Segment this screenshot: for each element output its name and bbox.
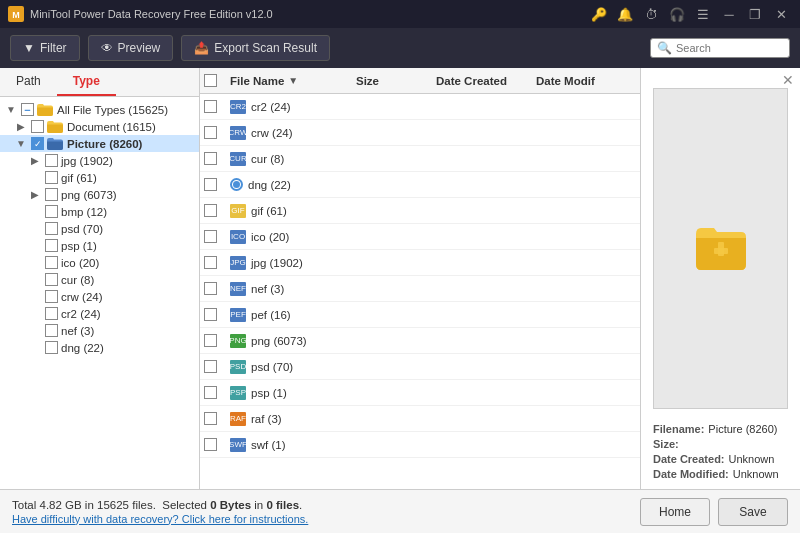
sort-icon: ▼ [288, 75, 298, 86]
checkbox-document[interactable] [31, 120, 44, 133]
tree-item-cur[interactable]: cur (8) [0, 271, 199, 288]
clock-icon[interactable]: ⏱ [640, 6, 662, 22]
help-link[interactable]: Have difficulty with data recovery? Clic… [12, 513, 308, 525]
file-type-icon: PEF [230, 308, 246, 322]
tree-item-dng[interactable]: dng (22) [0, 339, 199, 356]
preview-label: Preview [118, 41, 161, 55]
checkbox-psd[interactable] [45, 222, 58, 235]
tree-item-all-files[interactable]: ▼ All File Types (15625) [0, 101, 199, 118]
header-filename[interactable]: File Name ▼ [230, 75, 356, 87]
tree-item-gif[interactable]: gif (61) [0, 169, 199, 186]
row-checkbox[interactable] [204, 282, 217, 295]
checkbox-nef[interactable] [45, 324, 58, 337]
checkbox-bmp[interactable] [45, 205, 58, 218]
checkbox-gif[interactable] [45, 171, 58, 184]
tree-item-png[interactable]: ▶ png (6073) [0, 186, 199, 203]
select-all-checkbox[interactable] [204, 74, 217, 87]
row-checkbox[interactable] [204, 178, 217, 191]
row-checkbox[interactable] [204, 100, 217, 113]
list-item[interactable]: CRW crw (24) [200, 120, 640, 146]
row-checkbox[interactable] [204, 386, 217, 399]
list-item[interactable]: SWF swf (1) [200, 432, 640, 458]
row-checkbox[interactable] [204, 438, 217, 451]
file-list-header: File Name ▼ Size Date Created Date Modif [200, 68, 640, 94]
title-bar: M MiniTool Power Data Recovery Free Edit… [0, 0, 800, 28]
row-checkbox[interactable] [204, 230, 217, 243]
search-box[interactable]: 🔍 [650, 38, 790, 58]
folder-icon-all-files [37, 104, 53, 116]
file-type-icon: GIF [230, 204, 246, 218]
minimize-button[interactable]: ─ [718, 6, 740, 22]
list-item[interactable]: GIF gif (61) [200, 198, 640, 224]
list-item[interactable]: JPG jpg (1902) [200, 250, 640, 276]
tree-label-ico: ico (20) [61, 257, 99, 269]
save-button[interactable]: Save [718, 498, 788, 526]
list-item[interactable]: NEF nef (3) [200, 276, 640, 302]
tree-item-jpg[interactable]: ▶ jpg (1902) [0, 152, 199, 169]
headset-icon[interactable]: 🎧 [666, 6, 688, 22]
menu-icon[interactable]: ☰ [692, 6, 714, 22]
key-icon[interactable]: 🔑 [588, 6, 610, 22]
search-input[interactable] [676, 42, 786, 54]
tree-item-document[interactable]: ▶ Document (1615) [0, 118, 199, 135]
row-checkbox[interactable] [204, 412, 217, 425]
checkbox-ico[interactable] [45, 256, 58, 269]
tree-item-ico[interactable]: ico (20) [0, 254, 199, 271]
tree-item-picture[interactable]: ▼ Picture (8260) [0, 135, 199, 152]
checkbox-cr2[interactable] [45, 307, 58, 320]
file-list-body: CR2 cr2 (24) CRW crw (24) [200, 94, 640, 489]
list-item[interactable]: RAF raf (3) [200, 406, 640, 432]
size-label: Size: [653, 438, 679, 450]
export-icon: 📤 [194, 41, 209, 55]
row-checkbox[interactable] [204, 152, 217, 165]
row-checkbox[interactable] [204, 256, 217, 269]
tree-item-crw[interactable]: crw (24) [0, 288, 199, 305]
restore-button[interactable]: ❐ [744, 6, 766, 22]
file-name: psp (1) [251, 387, 287, 399]
row-checkbox[interactable] [204, 126, 217, 139]
file-name: psd (70) [251, 361, 293, 373]
tree-item-psp[interactable]: psp (1) [0, 237, 199, 254]
checkbox-picture[interactable] [31, 137, 44, 150]
tree-item-cr2[interactable]: cr2 (24) [0, 305, 199, 322]
filter-icon: ▼ [23, 41, 35, 55]
tree-label-cur: cur (8) [61, 274, 94, 286]
tree-label-crw: crw (24) [61, 291, 103, 303]
list-item[interactable]: CR2 cr2 (24) [200, 94, 640, 120]
checkbox-crw[interactable] [45, 290, 58, 303]
tab-path[interactable]: Path [0, 68, 57, 96]
row-checkbox[interactable] [204, 334, 217, 347]
tree-item-nef[interactable]: nef (3) [0, 322, 199, 339]
close-preview-button[interactable]: ✕ [782, 72, 794, 88]
checkbox-cur[interactable] [45, 273, 58, 286]
file-type-icon: RAF [230, 412, 246, 426]
bell-icon[interactable]: 🔔 [614, 6, 636, 22]
tree-item-bmp[interactable]: bmp (12) [0, 203, 199, 220]
row-checkbox[interactable] [204, 360, 217, 373]
preview-button[interactable]: 👁 Preview [88, 35, 174, 61]
checkbox-jpg[interactable] [45, 154, 58, 167]
list-item[interactable]: PSD psd (70) [200, 354, 640, 380]
file-name: cur (8) [251, 153, 284, 165]
export-button[interactable]: 📤 Export Scan Result [181, 35, 330, 61]
row-checkbox[interactable] [204, 204, 217, 217]
list-item[interactable]: ICO ico (20) [200, 224, 640, 250]
toolbar: ▼ Filter 👁 Preview 📤 Export Scan Result … [0, 28, 800, 68]
list-item[interactable]: PEF pef (16) [200, 302, 640, 328]
list-item[interactable]: PNG png (6073) [200, 328, 640, 354]
list-item[interactable]: CUR cur (8) [200, 146, 640, 172]
checkbox-dng[interactable] [45, 341, 58, 354]
list-item[interactable]: PSP psp (1) [200, 380, 640, 406]
tab-type[interactable]: Type [57, 68, 116, 96]
home-button[interactable]: Home [640, 498, 710, 526]
checkbox-png[interactable] [45, 188, 58, 201]
row-checkbox[interactable] [204, 308, 217, 321]
list-item[interactable]: dng (22) [200, 172, 640, 198]
checkbox-all-files[interactable] [21, 103, 34, 116]
filter-button[interactable]: ▼ Filter [10, 35, 80, 61]
expand-icon-cr2 [28, 308, 42, 319]
close-button[interactable]: ✕ [770, 6, 792, 22]
tree-item-psd[interactable]: psd (70) [0, 220, 199, 237]
checkbox-psp[interactable] [45, 239, 58, 252]
expand-icon-crw [28, 291, 42, 302]
